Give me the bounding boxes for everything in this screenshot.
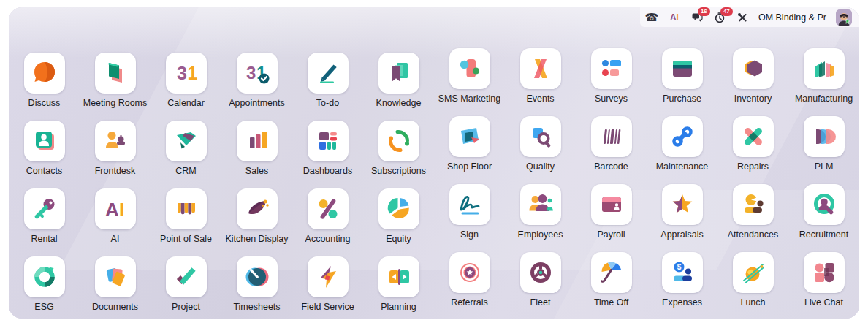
app-label: SMS Marketing <box>438 94 500 104</box>
systray: ☎ AI 16 47 OM Bindi <box>640 7 859 27</box>
app-expenses[interactable]: $ Expenses <box>647 252 717 319</box>
app-quality[interactable]: Quality <box>505 116 576 184</box>
app-kitchen-display[interactable]: Kitchen Display <box>221 188 292 256</box>
sign-icon <box>449 184 490 225</box>
frontdesk-icon <box>95 121 136 161</box>
meeting-rooms-icon <box>95 53 136 94</box>
todo-icon <box>308 53 349 94</box>
app-equity[interactable]: Equity <box>363 188 434 256</box>
svg-text:I: I <box>119 199 124 221</box>
app-surveys[interactable]: Surveys <box>576 48 647 116</box>
app-todo[interactable]: To-do <box>292 53 363 121</box>
app-ai[interactable]: AI AI <box>80 188 151 256</box>
documents-icon <box>95 256 136 297</box>
app-payroll[interactable]: Payroll <box>576 184 647 252</box>
app-planning[interactable]: Planning <box>363 256 434 319</box>
ai-icon[interactable]: AI <box>668 11 681 24</box>
app-crm[interactable]: CRM <box>151 121 221 188</box>
app-label: Repairs <box>737 161 769 172</box>
svg-text:$: $ <box>677 263 681 271</box>
app-frontdesk[interactable]: Frontdesk <box>80 121 151 188</box>
appointments-icon: 31 <box>237 53 278 94</box>
app-lunch[interactable]: Lunch <box>717 252 788 319</box>
subscriptions-icon <box>378 121 419 161</box>
app-label: Planning <box>381 302 416 312</box>
app-live-chat[interactable]: Live Chat <box>788 252 859 319</box>
activities-icon[interactable]: 47 <box>713 11 726 24</box>
app-employees[interactable]: Employees <box>505 184 576 252</box>
recruitment-icon <box>804 184 845 225</box>
appraisals-icon <box>662 184 703 225</box>
app-sms-marketing[interactable]: SMS Marketing <box>434 48 505 116</box>
calendar-icon: 31 <box>166 53 207 94</box>
app-project[interactable]: Project <box>151 256 221 319</box>
svg-text:3: 3 <box>177 63 187 83</box>
esg-icon <box>24 256 65 297</box>
app-accounting[interactable]: Accounting <box>292 188 363 256</box>
messages-badge: 16 <box>698 7 710 16</box>
app-label: Expenses <box>662 297 702 308</box>
sms-marketing-icon <box>449 48 490 89</box>
knowledge-icon <box>378 53 419 94</box>
app-repairs[interactable]: Repairs <box>717 116 788 184</box>
app-fleet[interactable]: Fleet <box>505 252 576 319</box>
app-manufacturing[interactable]: Manufacturing <box>788 48 859 116</box>
app-knowledge[interactable]: Knowledge <box>363 53 434 121</box>
app-shop-floor[interactable]: Shop Floor <box>434 116 505 184</box>
app-subscriptions[interactable]: Subscriptions <box>363 121 434 188</box>
app-calendar[interactable]: 31 Calendar <box>151 53 221 121</box>
app-label: Maintenance <box>656 161 709 172</box>
barcode-icon <box>591 116 632 157</box>
app-appointments[interactable]: 31 Appointments <box>221 53 292 121</box>
tools-icon[interactable] <box>736 11 749 24</box>
app-field-service[interactable]: Field Service <box>292 256 363 319</box>
quality-icon <box>520 116 561 157</box>
app-attendances[interactable]: Attendances <box>717 184 788 252</box>
app-sales[interactable]: Sales <box>221 121 292 188</box>
app-maintenance[interactable]: Maintenance <box>647 116 717 184</box>
apps-grid: Discuss Meeting Rooms 31 Calendar 31 App… <box>9 53 859 319</box>
app-purchase[interactable]: Purchase <box>647 48 717 116</box>
app-appraisals[interactable]: Appraisals <box>647 184 717 252</box>
app-label: Subscriptions <box>371 166 426 176</box>
user-avatar[interactable] <box>836 9 852 26</box>
employees-icon <box>520 184 561 225</box>
app-label: Kitchen Display <box>225 234 288 244</box>
app-point-of-sale[interactable]: Point of Sale <box>151 188 221 256</box>
app-dashboards[interactable]: Dashboards <box>292 121 363 188</box>
app-label: Barcode <box>594 161 628 172</box>
app-discuss[interactable]: Discuss <box>9 53 80 121</box>
app-documents[interactable]: Documents <box>80 256 151 319</box>
app-label: Appraisals <box>660 229 703 240</box>
app-inventory[interactable]: Inventory <box>717 48 788 116</box>
svg-text:3: 3 <box>246 63 256 83</box>
app-label: Time Off <box>594 297 628 308</box>
point-of-sale-icon <box>166 188 207 229</box>
voip-phone-icon[interactable]: ☎ <box>645 11 658 24</box>
svg-text:A: A <box>105 199 119 221</box>
app-meeting-rooms[interactable]: Meeting Rooms <box>80 53 151 121</box>
app-label: Referrals <box>451 297 488 308</box>
app-label: Attendances <box>728 229 779 240</box>
app-contacts[interactable]: Contacts <box>9 121 80 188</box>
app-timesheets[interactable]: Timesheets <box>221 256 292 319</box>
app-esg[interactable]: ESG <box>9 256 80 319</box>
app-recruitment[interactable]: Recruitment <box>788 184 859 252</box>
app-sign[interactable]: Sign <box>434 184 505 252</box>
app-referrals[interactable]: Referrals <box>434 252 505 319</box>
app-label: Rental <box>31 234 57 244</box>
app-label: Purchase <box>663 94 701 104</box>
app-label: Knowledge <box>376 98 422 108</box>
app-label: Inventory <box>734 94 772 104</box>
app-time-off[interactable]: Time Off <box>576 252 647 319</box>
app-rental[interactable]: Rental <box>9 188 80 256</box>
app-events[interactable]: Events <box>505 48 576 116</box>
app-barcode[interactable]: Barcode <box>576 116 647 184</box>
app-label: Recruitment <box>799 229 848 240</box>
rental-icon <box>24 188 65 229</box>
company-menu[interactable]: OM Binding & Pr <box>758 12 826 23</box>
equity-icon <box>378 188 419 229</box>
app-plm[interactable]: PLM <box>788 116 859 184</box>
fleet-icon <box>520 252 561 293</box>
messages-icon[interactable]: 16 <box>690 11 704 24</box>
